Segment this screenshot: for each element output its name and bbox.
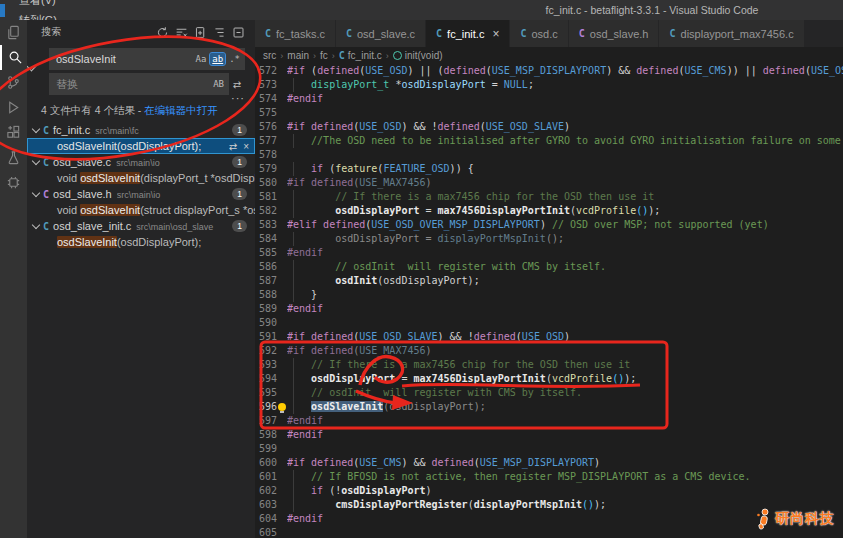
code-line[interactable]: 592#if defined(USE_MAX7456) — [255, 344, 843, 358]
code-line[interactable]: 574#endif — [255, 92, 843, 106]
code-line[interactable]: 605 — [255, 526, 843, 538]
code-line[interactable]: 590 — [255, 316, 843, 330]
code-line[interactable]: 601 // If BFOSD is not active, then regi… — [255, 470, 843, 484]
run-debug-icon[interactable] — [0, 95, 27, 120]
tab-osd_slave-h[interactable]: Cosd_slave.h — [569, 20, 660, 47]
line-number[interactable]: 583 — [255, 218, 277, 232]
breadcrumb-item[interactable]: main — [287, 50, 309, 61]
code-line[interactable]: 576#if defined(USE_OSD) && !defined(USE_… — [255, 120, 843, 134]
code-line[interactable]: 580#if defined(USE_MAX7456) — [255, 176, 843, 190]
tab-osd_slave-c[interactable]: Cosd_slave.c — [336, 20, 426, 47]
code-line[interactable]: 587 osdInit(osdDisplayPort); — [255, 274, 843, 288]
code-line[interactable]: 591#if defined(USE_OSD_SLAVE) && !define… — [255, 330, 843, 344]
line-number[interactable]: 586 — [255, 260, 277, 274]
replace-input[interactable]: 替换 AB — [49, 73, 229, 95]
line-number[interactable]: 578 — [255, 148, 277, 162]
search-match-row[interactable]: osdSlaveInit(osdDisplayPort);⇄× — [27, 138, 255, 154]
line-number[interactable]: 595 — [255, 386, 277, 400]
code-line[interactable]: 579 if (feature(FEATURE_OSD)) { — [255, 162, 843, 176]
code-line[interactable]: 581 // If there is a max7456 chip for th… — [255, 190, 843, 204]
line-number[interactable]: 574 — [255, 92, 277, 106]
line-number[interactable]: 579 — [255, 162, 277, 176]
lightbulb-icon[interactable] — [278, 403, 286, 411]
result-file-row[interactable]: Cfc_init.csrc\main\fc1 — [27, 122, 255, 138]
tab-fc_tasks-c[interactable]: Cfc_tasks.c — [255, 20, 336, 47]
remote-chip-icon[interactable] — [0, 170, 27, 195]
line-number[interactable]: 576 — [255, 120, 277, 134]
line-number[interactable]: 581 — [255, 190, 277, 204]
line-number[interactable]: 596 — [255, 400, 277, 414]
code-line[interactable]: 603 cmsDisplayPortRegister(displayPortMs… — [255, 498, 843, 512]
whole-word-icon[interactable]: ab — [210, 53, 225, 65]
line-number[interactable]: 592 — [255, 344, 277, 358]
clear-search-results-icon[interactable] — [172, 23, 190, 41]
breadcrumb-item[interactable]: fc — [320, 50, 328, 61]
line-number[interactable]: 588 — [255, 288, 277, 302]
search-match-row[interactable]: osdSlaveInit(osdDisplayPort); — [27, 234, 255, 250]
line-number[interactable]: 577 — [255, 134, 277, 148]
code-line[interactable]: 597#endif — [255, 414, 843, 428]
line-number[interactable]: 584 — [255, 232, 277, 246]
code-line[interactable]: 582 osdDisplayPort = max7456DisplayPortI… — [255, 204, 843, 218]
breadcrumb-item[interactable]: src — [263, 50, 276, 61]
line-number[interactable]: 605 — [255, 526, 277, 538]
line-number[interactable]: 590 — [255, 316, 277, 330]
code-line[interactable]: 595 // osdInit will register with CMS by… — [255, 386, 843, 400]
code-line[interactable]: 593 // If there is a max7456 chip for th… — [255, 358, 843, 372]
line-number[interactable]: 580 — [255, 176, 277, 190]
line-number[interactable]: 591 — [255, 330, 277, 344]
line-number[interactable]: 601 — [255, 470, 277, 484]
search-match-row[interactable]: void osdSlaveInit(struct displayPort_s *… — [27, 202, 255, 218]
line-number[interactable]: 594 — [255, 372, 277, 386]
dismiss-icon[interactable]: × — [243, 141, 249, 152]
breadcrumb[interactable]: src›main›fc›Cfc_init.c›init(void) — [255, 47, 843, 64]
line-number[interactable]: 585 — [255, 246, 277, 260]
code-line[interactable]: 586 // osdInit will register with CMS by… — [255, 260, 843, 274]
line-number[interactable]: 582 — [255, 204, 277, 218]
code-line[interactable]: 599 — [255, 442, 843, 456]
source-control-icon[interactable] — [0, 70, 27, 95]
collapse-all-icon[interactable] — [229, 23, 247, 41]
code-line[interactable]: 604#endif — [255, 512, 843, 526]
result-file-row[interactable]: Cosd_slave_init.csrc\main\osd_slave1 — [27, 218, 255, 234]
code-line[interactable]: 600#if defined(USE_CMS) && defined(USE_M… — [255, 456, 843, 470]
line-number[interactable]: 602 — [255, 484, 277, 498]
test-beaker-icon[interactable] — [0, 145, 27, 170]
open-new-search-editor-icon[interactable] — [191, 23, 209, 41]
match-case-icon[interactable]: Aa — [193, 53, 208, 65]
line-number[interactable]: 603 — [255, 498, 277, 512]
code-line[interactable]: 596 osdSlaveInit(osdDisplayPort); — [255, 400, 843, 414]
code-line[interactable]: 588 } — [255, 288, 843, 302]
search-icon[interactable] — [0, 45, 29, 70]
line-number[interactable]: 587 — [255, 274, 277, 288]
view-as-tree-icon[interactable] — [210, 23, 228, 41]
search-input[interactable]: osdSlaveInit Aaab.* — [49, 48, 245, 70]
line-number[interactable]: 573 — [255, 78, 277, 92]
tab-fc_init-c[interactable]: Cfc_init.c× — [426, 20, 510, 47]
code-line[interactable]: 578 — [255, 148, 843, 162]
menu-item-v[interactable]: 查看(V) — [11, 0, 65, 10]
code-line[interactable]: 589#endif — [255, 302, 843, 316]
toggle-replace-button[interactable] — [28, 60, 37, 69]
line-number[interactable]: 604 — [255, 512, 277, 526]
tab-osd-c[interactable]: Cosd.c — [510, 20, 568, 47]
code-line[interactable]: 572#if (defined(USE_OSD) || (defined(USE… — [255, 64, 843, 78]
code-line[interactable]: 584 osdDisplayPort = displayPortMspInit(… — [255, 232, 843, 246]
code-line[interactable]: 602 if (!osdDisplayPort) — [255, 484, 843, 498]
code-line[interactable]: 583#elif defined(USE_OSD_OVER_MSP_DISPLA… — [255, 218, 843, 232]
code-line[interactable]: 577 //The OSD need to be initialised aft… — [255, 134, 843, 148]
toggle-search-details-button[interactable]: ··· — [231, 92, 245, 104]
breadcrumb-file[interactable]: fc_init.c — [348, 50, 382, 61]
code-editor[interactable]: 572#if (defined(USE_OSD) || (defined(USE… — [255, 64, 843, 538]
replace-all-button[interactable]: ⇄ — [229, 79, 245, 90]
line-number[interactable]: 600 — [255, 456, 277, 470]
line-number[interactable]: 575 — [255, 106, 277, 120]
regex-icon[interactable]: .* — [227, 53, 242, 65]
tab-displayport_max7456-c[interactable]: Cdisplayport_max7456.c — [659, 20, 804, 47]
preserve-case-icon[interactable]: AB — [211, 78, 226, 90]
line-number[interactable]: 598 — [255, 428, 277, 442]
refresh-icon[interactable] — [153, 23, 171, 41]
code-line[interactable]: 575 — [255, 106, 843, 120]
extensions-icon[interactable] — [0, 120, 27, 145]
explorer-icon[interactable] — [0, 20, 27, 45]
